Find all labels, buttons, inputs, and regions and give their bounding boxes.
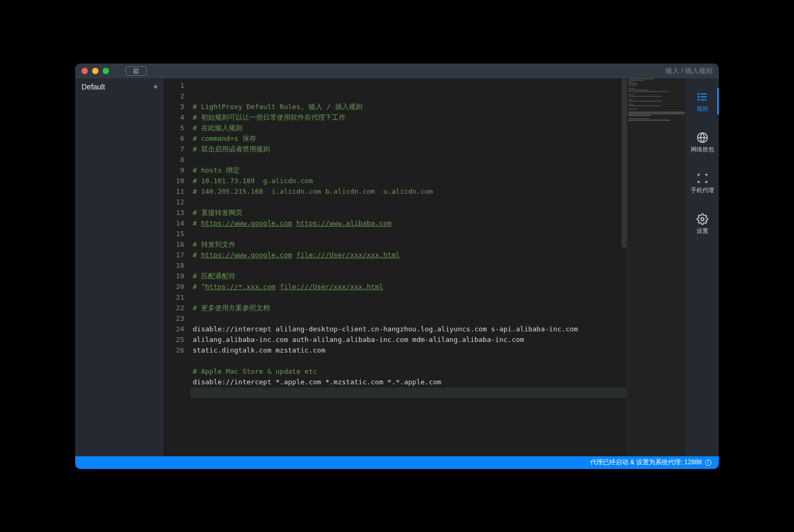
code-token: # command+s 保存 (193, 134, 256, 142)
code-url[interactable]: https://www.google.com (201, 251, 292, 259)
minimap-line (628, 91, 669, 92)
line-number: 19 (164, 271, 191, 282)
editor[interactable]: 1234567891011121314151617181920212223242… (164, 78, 685, 456)
minimap-line (628, 82, 634, 83)
code-line[interactable] (191, 356, 627, 366)
minimap-line (628, 105, 660, 106)
code-line[interactable]: # hosts 绑定 (191, 165, 627, 176)
code-token (292, 251, 296, 259)
code-line[interactable]: # https://www.google.com https://www.ali… (191, 218, 627, 229)
line-number: 3 (164, 102, 191, 112)
line-number: 26 (164, 345, 191, 356)
minimap-line (628, 109, 637, 110)
tab-rules[interactable]: 规则 (685, 88, 719, 116)
code-url[interactable]: https://www.google.com (201, 219, 292, 227)
code-url[interactable]: https://*.xxx.com (205, 283, 275, 291)
code-line[interactable]: # 转发到文件 (191, 239, 627, 250)
minimap-line (628, 83, 638, 84)
code-line[interactable] (191, 260, 627, 271)
code-line[interactable]: # 匹配通配符 (191, 271, 627, 282)
code-line[interactable]: # command+s 保存 (191, 133, 627, 144)
code-line[interactable]: # 初始规则可以让一些日常使用软件在代理下工作 (191, 112, 627, 123)
code-url[interactable]: https://www.alibaba.com (296, 219, 392, 227)
scrollbar-thumb[interactable] (621, 78, 627, 248)
code-token: alilang.alibaba-inc.com auth-alilang.ali… (193, 336, 528, 344)
code-token: disable://intercept alilang-desktop-clie… (193, 325, 582, 333)
code-token: # 直接转发网页 (193, 209, 242, 217)
line-number: 23 (164, 313, 191, 324)
compose-button[interactable] (125, 66, 147, 76)
line-number: 7 (164, 144, 191, 155)
line-number: 4 (164, 112, 191, 123)
minimize-button[interactable] (92, 68, 98, 74)
line-number: 25 (164, 335, 191, 345)
minimap-line (628, 85, 637, 86)
tab-settings[interactable]: 设置 (685, 210, 719, 238)
window-controls (82, 68, 109, 74)
code-line[interactable] (191, 313, 627, 324)
scan-icon (697, 173, 708, 184)
code-line[interactable]: # 直接转发网页 (191, 208, 627, 218)
minimap-line (628, 101, 663, 102)
code-line[interactable]: # LightProxy Default Rules, 输入 / 插入规则 (191, 102, 627, 112)
code-line[interactable] (191, 155, 627, 165)
minimap-line (628, 112, 685, 113)
minimap-line (628, 113, 684, 114)
code-line[interactable]: # Apple Mac Store & update etc (191, 366, 627, 377)
code-line[interactable]: # 140.205.215.168 i.alicdn.com b.alicdn.… (191, 186, 627, 197)
code-line[interactable] (191, 197, 627, 208)
minimap-line (628, 104, 633, 105)
code-area[interactable]: # LightProxy Default Rules, 输入 / 插入规则# 初… (191, 78, 627, 456)
code-line[interactable]: alilang.alibaba-inc.com auth-alilang.ali… (191, 335, 627, 345)
code-url[interactable]: file:///User/xxx/xxx.html (279, 283, 383, 291)
code-line[interactable]: static.dingtalk.com mzstatic.com (191, 345, 627, 356)
line-number: 20 (164, 282, 191, 292)
status-bar: 代理已经启动 & 设置为系统代理: 12888 ✓ (75, 456, 719, 469)
code-line[interactable]: # 更多使用方案参照文档 (191, 303, 627, 313)
sidebar-item-default[interactable]: Default (75, 78, 164, 95)
line-number: 2 (164, 91, 191, 102)
code-line[interactable]: # 10.101.73.189 g.alicdn.com (191, 176, 627, 186)
minimap-line (628, 115, 651, 116)
line-number: 11 (164, 186, 191, 197)
tab-capture[interactable]: 网络抓包 (685, 129, 719, 157)
line-number: 24 (164, 324, 191, 335)
tab-label: 网络抓包 (691, 146, 714, 154)
minimap-line (628, 88, 635, 89)
app-window: 输入 / 插入规则 Default 1234567891011121314151… (75, 64, 719, 469)
line-number: 10 (164, 176, 191, 186)
line-number: 13 (164, 208, 191, 218)
line-number: 5 (164, 123, 191, 133)
titlebar: 输入 / 插入规则 (75, 64, 719, 78)
code-line[interactable]: # 双击启用或者禁用规则 (191, 144, 627, 155)
tab-phone[interactable]: 手机代理 (685, 169, 719, 197)
line-number: 12 (164, 197, 191, 208)
minimap-line (628, 120, 670, 121)
code-line[interactable] (191, 229, 627, 239)
minimap-line (628, 80, 644, 81)
minimap-viewport[interactable] (627, 78, 685, 456)
code-line[interactable]: # 在此输入规则 (191, 123, 627, 133)
code-token: # (193, 251, 201, 259)
code-token: # 转发到文件 (193, 240, 236, 248)
code-line[interactable]: disable://intercept *.apple.com *.mzstat… (191, 377, 627, 387)
line-number: 9 (164, 165, 191, 176)
tab-label: 规则 (697, 105, 708, 113)
code-line[interactable] (191, 292, 627, 303)
code-line[interactable] (191, 387, 627, 398)
code-token: disable://intercept *.apple.com *.mzstat… (193, 378, 441, 386)
svg-point-3 (698, 93, 699, 94)
code-line[interactable]: disable://intercept alilang-desktop-clie… (191, 324, 627, 335)
minimap-line (628, 89, 648, 91)
minimap-line (628, 94, 634, 95)
code-line[interactable]: # ^https://*.xxx.com file:///User/xxx/xx… (191, 282, 627, 292)
maximize-button[interactable] (103, 68, 109, 74)
close-button[interactable] (82, 68, 88, 74)
code-token: # 在此输入规则 (193, 124, 242, 132)
code-line[interactable]: # https://www.google.com file:///User/xx… (191, 250, 627, 260)
minimap[interactable] (627, 78, 685, 456)
line-number: 15 (164, 229, 191, 239)
code-url[interactable]: file:///User/xxx/xxx.html (296, 251, 400, 259)
code-token: # LightProxy Default Rules, 输入 / 插入规则 (193, 103, 363, 111)
code-token: # 10.101.73.189 g.alicdn.com (193, 177, 313, 185)
